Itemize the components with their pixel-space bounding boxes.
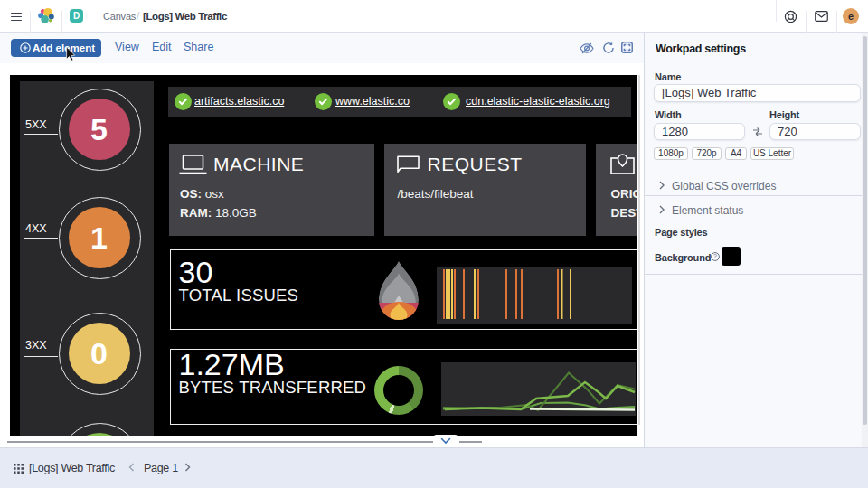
svg-text:?: ? — [713, 253, 717, 260]
